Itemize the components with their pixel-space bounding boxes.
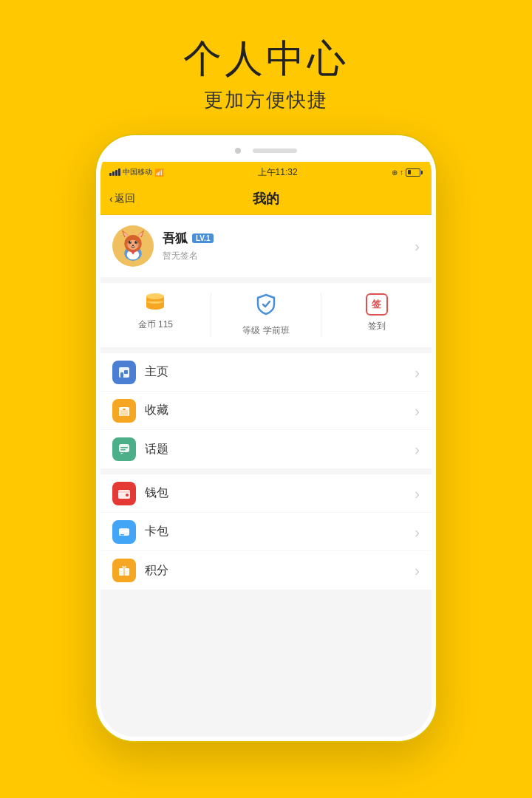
svg-point-10: [130, 242, 131, 242]
svg-rect-26: [123, 409, 126, 410]
menu-item-cards[interactable]: 卡包: [100, 513, 432, 551]
cards-icon: [112, 520, 136, 544]
profile-section[interactable]: 吾狐 LV.1 暂无签名: [100, 215, 432, 277]
profile-bio: 暂无签名: [163, 250, 214, 262]
level-label: 等级 学前班: [242, 324, 289, 337]
battery-fill: [408, 170, 412, 174]
wallet-label: 钱包: [145, 485, 168, 501]
svg-rect-24: [120, 409, 128, 416]
svg-rect-29: [120, 449, 126, 451]
stat-coins[interactable]: 金币 115: [100, 293, 211, 337]
menu-item-points[interactable]: 积分: [100, 551, 432, 590]
avatar-fox-svg: [115, 228, 151, 265]
points-icon: [112, 559, 136, 582]
favorites-label: 收藏: [145, 403, 168, 418]
box-svg: [117, 404, 131, 417]
profile-info: 吾狐 LV.1 暂无签名: [163, 230, 214, 262]
points-arrow-icon: [415, 563, 420, 578]
coin-stack-svg: [145, 293, 166, 310]
svg-rect-28: [120, 447, 128, 449]
topics-icon: [112, 437, 136, 461]
back-chevron-icon: ‹: [109, 193, 113, 205]
menu-item-wallet[interactable]: 钱包: [100, 474, 432, 513]
profile-name: 吾狐: [163, 230, 188, 247]
page-header: 个人中心 更加方便快捷: [183, 0, 349, 113]
svg-point-14: [136, 243, 140, 247]
svg-rect-35: [120, 534, 124, 536]
coin-label: 金币 115: [138, 318, 173, 331]
favorites-icon: [112, 399, 136, 423]
menu-item-left: 主页: [112, 361, 168, 384]
shield-icon: [256, 293, 276, 320]
menu-item-favorites[interactable]: 收藏: [100, 392, 432, 430]
stats-section: 金币 115 等级 学前班 签 签到: [100, 283, 432, 347]
stat-level[interactable]: 等级 学前班: [211, 293, 322, 337]
level-value: 学前班: [263, 325, 290, 335]
menu-section-2: 钱包 卡包: [100, 474, 432, 590]
battery-tip: [421, 171, 423, 174]
profile-arrow-icon: [415, 239, 420, 254]
menu-item-left: 收藏: [112, 399, 168, 423]
topics-arrow-icon: [415, 442, 420, 457]
svg-point-11: [136, 242, 137, 242]
carrier-label: 中国移动: [123, 167, 152, 177]
page-title: 个人中心: [183, 35, 349, 81]
card-svg: [117, 525, 131, 539]
wallet-icon: [112, 482, 136, 505]
back-button[interactable]: ‹ 返回: [109, 192, 135, 205]
status-time: 上午11:32: [258, 166, 298, 179]
menu-item-left: 积分: [112, 559, 168, 582]
home-arrow-icon: [415, 365, 420, 380]
menu-section-1: 主页 收藏: [100, 353, 432, 468]
phone-camera: [235, 148, 241, 154]
svg-rect-34: [119, 531, 129, 533]
checkin-label: 签到: [368, 320, 386, 332]
wifi-icon: 📶: [154, 168, 163, 177]
svg-point-13: [126, 243, 130, 247]
topics-label: 话题: [145, 442, 168, 457]
svg-rect-22: [124, 370, 128, 374]
home-icon: [112, 361, 136, 384]
wallet-arrow-icon: [415, 486, 420, 501]
cards-label: 卡包: [145, 524, 168, 539]
status-icons: ⊕ ↑: [392, 168, 403, 177]
chat-svg: [117, 443, 131, 456]
status-left: 中国移动 📶: [109, 167, 163, 177]
home-svg: [117, 366, 131, 379]
coin-value: 115: [158, 319, 173, 330]
svg-rect-31: [118, 491, 130, 494]
profile-left: 吾狐 LV.1 暂无签名: [112, 225, 214, 267]
signal-bars: [109, 168, 120, 176]
svg-rect-38: [124, 568, 125, 576]
status-right: ⊕ ↑: [392, 168, 423, 177]
phone-frame: 中国移动 📶 上午11:32 ⊕ ↑ ‹ 返回 我的: [96, 135, 436, 741]
avatar: [112, 225, 154, 267]
svg-rect-21: [120, 372, 123, 378]
coin-icon: [145, 293, 166, 314]
menu-item-home[interactable]: 主页: [100, 353, 432, 392]
menu-item-left: 钱包: [112, 482, 168, 505]
checkin-badge: 签: [366, 293, 388, 316]
profile-name-row: 吾狐 LV.1: [163, 230, 214, 247]
nav-title: 我的: [253, 190, 279, 208]
favorites-arrow-icon: [415, 403, 420, 418]
points-label: 积分: [145, 563, 168, 579]
menu-item-topics[interactable]: 话题: [100, 430, 432, 468]
menu-item-left: 卡包: [112, 520, 168, 544]
home-label: 主页: [145, 364, 168, 380]
status-bar: 中国移动 📶 上午11:32 ⊕ ↑: [100, 162, 432, 183]
svg-point-12: [132, 245, 134, 247]
page-subtitle: 更加方便快捷: [183, 87, 349, 113]
cards-arrow-icon: [415, 525, 420, 539]
level-badge: LV.1: [192, 233, 214, 243]
gift-svg: [117, 564, 131, 577]
battery-body: [406, 168, 420, 177]
nav-bar: ‹ 返回 我的: [100, 183, 432, 215]
phone-speaker: [253, 149, 297, 153]
back-label: 返回: [115, 192, 135, 205]
svg-point-19: [146, 293, 164, 299]
checkin-icon: 签: [366, 293, 388, 316]
svg-point-32: [126, 494, 129, 497]
stat-checkin[interactable]: 签 签到: [321, 293, 432, 337]
battery-indicator: [406, 168, 423, 177]
